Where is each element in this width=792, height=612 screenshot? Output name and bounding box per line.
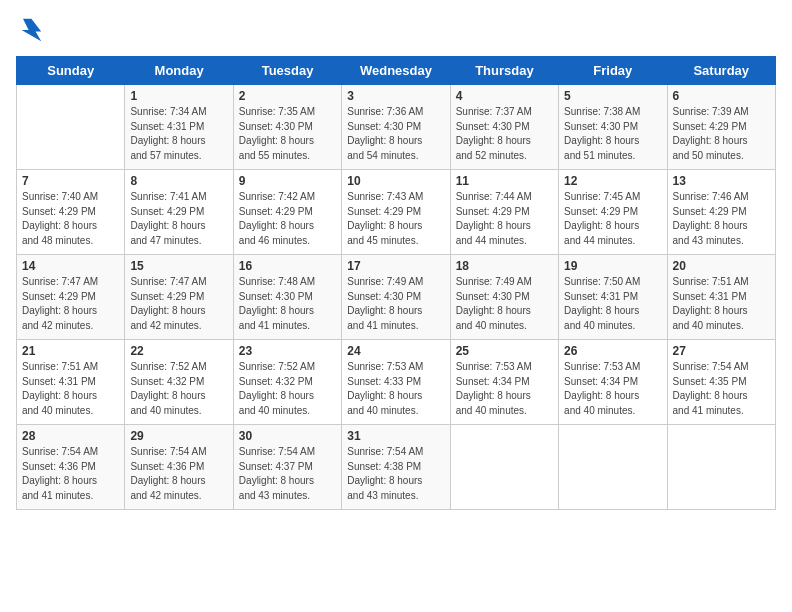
day-number: 24 bbox=[347, 344, 444, 358]
weekday-header: Thursday bbox=[450, 57, 558, 85]
calendar-cell: 18Sunrise: 7:49 AMSunset: 4:30 PMDayligh… bbox=[450, 255, 558, 340]
day-info: Sunrise: 7:48 AMSunset: 4:30 PMDaylight:… bbox=[239, 275, 336, 333]
calendar-cell: 10Sunrise: 7:43 AMSunset: 4:29 PMDayligh… bbox=[342, 170, 450, 255]
calendar-cell: 12Sunrise: 7:45 AMSunset: 4:29 PMDayligh… bbox=[559, 170, 667, 255]
calendar-cell: 14Sunrise: 7:47 AMSunset: 4:29 PMDayligh… bbox=[17, 255, 125, 340]
calendar-cell: 29Sunrise: 7:54 AMSunset: 4:36 PMDayligh… bbox=[125, 425, 233, 510]
calendar-cell: 7Sunrise: 7:40 AMSunset: 4:29 PMDaylight… bbox=[17, 170, 125, 255]
calendar-cell: 2Sunrise: 7:35 AMSunset: 4:30 PMDaylight… bbox=[233, 85, 341, 170]
day-number: 31 bbox=[347, 429, 444, 443]
day-number: 11 bbox=[456, 174, 553, 188]
day-info: Sunrise: 7:45 AMSunset: 4:29 PMDaylight:… bbox=[564, 190, 661, 248]
day-info: Sunrise: 7:53 AMSunset: 4:33 PMDaylight:… bbox=[347, 360, 444, 418]
weekday-header: Sunday bbox=[17, 57, 125, 85]
day-number: 5 bbox=[564, 89, 661, 103]
calendar-cell: 5Sunrise: 7:38 AMSunset: 4:30 PMDaylight… bbox=[559, 85, 667, 170]
svg-marker-0 bbox=[22, 19, 42, 41]
day-info: Sunrise: 7:54 AMSunset: 4:36 PMDaylight:… bbox=[22, 445, 119, 503]
logo-icon bbox=[16, 16, 44, 44]
day-number: 25 bbox=[456, 344, 553, 358]
day-number: 6 bbox=[673, 89, 770, 103]
day-number: 1 bbox=[130, 89, 227, 103]
day-number: 22 bbox=[130, 344, 227, 358]
day-info: Sunrise: 7:34 AMSunset: 4:31 PMDaylight:… bbox=[130, 105, 227, 163]
day-number: 3 bbox=[347, 89, 444, 103]
day-info: Sunrise: 7:47 AMSunset: 4:29 PMDaylight:… bbox=[130, 275, 227, 333]
day-number: 18 bbox=[456, 259, 553, 273]
day-number: 17 bbox=[347, 259, 444, 273]
weekday-header: Friday bbox=[559, 57, 667, 85]
calendar-week-row: 1Sunrise: 7:34 AMSunset: 4:31 PMDaylight… bbox=[17, 85, 776, 170]
day-number: 27 bbox=[673, 344, 770, 358]
calendar-cell: 15Sunrise: 7:47 AMSunset: 4:29 PMDayligh… bbox=[125, 255, 233, 340]
day-info: Sunrise: 7:37 AMSunset: 4:30 PMDaylight:… bbox=[456, 105, 553, 163]
day-info: Sunrise: 7:40 AMSunset: 4:29 PMDaylight:… bbox=[22, 190, 119, 248]
day-info: Sunrise: 7:52 AMSunset: 4:32 PMDaylight:… bbox=[239, 360, 336, 418]
day-info: Sunrise: 7:39 AMSunset: 4:29 PMDaylight:… bbox=[673, 105, 770, 163]
day-info: Sunrise: 7:36 AMSunset: 4:30 PMDaylight:… bbox=[347, 105, 444, 163]
day-info: Sunrise: 7:53 AMSunset: 4:34 PMDaylight:… bbox=[564, 360, 661, 418]
calendar-cell: 26Sunrise: 7:53 AMSunset: 4:34 PMDayligh… bbox=[559, 340, 667, 425]
page-header bbox=[16, 16, 776, 44]
calendar-cell: 25Sunrise: 7:53 AMSunset: 4:34 PMDayligh… bbox=[450, 340, 558, 425]
calendar-cell: 21Sunrise: 7:51 AMSunset: 4:31 PMDayligh… bbox=[17, 340, 125, 425]
calendar-cell: 31Sunrise: 7:54 AMSunset: 4:38 PMDayligh… bbox=[342, 425, 450, 510]
calendar-cell bbox=[559, 425, 667, 510]
day-number: 19 bbox=[564, 259, 661, 273]
day-number: 9 bbox=[239, 174, 336, 188]
calendar-cell: 28Sunrise: 7:54 AMSunset: 4:36 PMDayligh… bbox=[17, 425, 125, 510]
calendar-cell: 11Sunrise: 7:44 AMSunset: 4:29 PMDayligh… bbox=[450, 170, 558, 255]
day-number: 28 bbox=[22, 429, 119, 443]
calendar-week-row: 21Sunrise: 7:51 AMSunset: 4:31 PMDayligh… bbox=[17, 340, 776, 425]
weekday-header: Monday bbox=[125, 57, 233, 85]
day-info: Sunrise: 7:44 AMSunset: 4:29 PMDaylight:… bbox=[456, 190, 553, 248]
day-number: 12 bbox=[564, 174, 661, 188]
day-info: Sunrise: 7:49 AMSunset: 4:30 PMDaylight:… bbox=[347, 275, 444, 333]
calendar-table: SundayMondayTuesdayWednesdayThursdayFrid… bbox=[16, 56, 776, 510]
day-number: 16 bbox=[239, 259, 336, 273]
day-info: Sunrise: 7:54 AMSunset: 4:36 PMDaylight:… bbox=[130, 445, 227, 503]
day-info: Sunrise: 7:52 AMSunset: 4:32 PMDaylight:… bbox=[130, 360, 227, 418]
day-info: Sunrise: 7:51 AMSunset: 4:31 PMDaylight:… bbox=[22, 360, 119, 418]
weekday-header: Tuesday bbox=[233, 57, 341, 85]
day-info: Sunrise: 7:54 AMSunset: 4:35 PMDaylight:… bbox=[673, 360, 770, 418]
calendar-week-row: 14Sunrise: 7:47 AMSunset: 4:29 PMDayligh… bbox=[17, 255, 776, 340]
calendar-cell: 27Sunrise: 7:54 AMSunset: 4:35 PMDayligh… bbox=[667, 340, 775, 425]
day-number: 21 bbox=[22, 344, 119, 358]
day-info: Sunrise: 7:53 AMSunset: 4:34 PMDaylight:… bbox=[456, 360, 553, 418]
day-number: 26 bbox=[564, 344, 661, 358]
day-info: Sunrise: 7:38 AMSunset: 4:30 PMDaylight:… bbox=[564, 105, 661, 163]
calendar-cell: 1Sunrise: 7:34 AMSunset: 4:31 PMDaylight… bbox=[125, 85, 233, 170]
calendar-cell: 22Sunrise: 7:52 AMSunset: 4:32 PMDayligh… bbox=[125, 340, 233, 425]
day-info: Sunrise: 7:47 AMSunset: 4:29 PMDaylight:… bbox=[22, 275, 119, 333]
calendar-cell: 20Sunrise: 7:51 AMSunset: 4:31 PMDayligh… bbox=[667, 255, 775, 340]
day-info: Sunrise: 7:49 AMSunset: 4:30 PMDaylight:… bbox=[456, 275, 553, 333]
day-info: Sunrise: 7:41 AMSunset: 4:29 PMDaylight:… bbox=[130, 190, 227, 248]
day-number: 8 bbox=[130, 174, 227, 188]
day-number: 4 bbox=[456, 89, 553, 103]
calendar-cell: 24Sunrise: 7:53 AMSunset: 4:33 PMDayligh… bbox=[342, 340, 450, 425]
day-number: 10 bbox=[347, 174, 444, 188]
calendar-cell: 9Sunrise: 7:42 AMSunset: 4:29 PMDaylight… bbox=[233, 170, 341, 255]
day-number: 23 bbox=[239, 344, 336, 358]
day-number: 14 bbox=[22, 259, 119, 273]
calendar-cell: 3Sunrise: 7:36 AMSunset: 4:30 PMDaylight… bbox=[342, 85, 450, 170]
day-info: Sunrise: 7:51 AMSunset: 4:31 PMDaylight:… bbox=[673, 275, 770, 333]
weekday-header: Wednesday bbox=[342, 57, 450, 85]
calendar-cell: 16Sunrise: 7:48 AMSunset: 4:30 PMDayligh… bbox=[233, 255, 341, 340]
day-number: 29 bbox=[130, 429, 227, 443]
day-number: 7 bbox=[22, 174, 119, 188]
calendar-cell: 13Sunrise: 7:46 AMSunset: 4:29 PMDayligh… bbox=[667, 170, 775, 255]
day-number: 30 bbox=[239, 429, 336, 443]
day-info: Sunrise: 7:43 AMSunset: 4:29 PMDaylight:… bbox=[347, 190, 444, 248]
calendar-cell: 8Sunrise: 7:41 AMSunset: 4:29 PMDaylight… bbox=[125, 170, 233, 255]
day-info: Sunrise: 7:46 AMSunset: 4:29 PMDaylight:… bbox=[673, 190, 770, 248]
day-number: 2 bbox=[239, 89, 336, 103]
calendar-cell: 17Sunrise: 7:49 AMSunset: 4:30 PMDayligh… bbox=[342, 255, 450, 340]
day-info: Sunrise: 7:54 AMSunset: 4:37 PMDaylight:… bbox=[239, 445, 336, 503]
calendar-week-row: 7Sunrise: 7:40 AMSunset: 4:29 PMDaylight… bbox=[17, 170, 776, 255]
calendar-cell bbox=[450, 425, 558, 510]
day-number: 20 bbox=[673, 259, 770, 273]
calendar-cell: 30Sunrise: 7:54 AMSunset: 4:37 PMDayligh… bbox=[233, 425, 341, 510]
day-info: Sunrise: 7:50 AMSunset: 4:31 PMDaylight:… bbox=[564, 275, 661, 333]
